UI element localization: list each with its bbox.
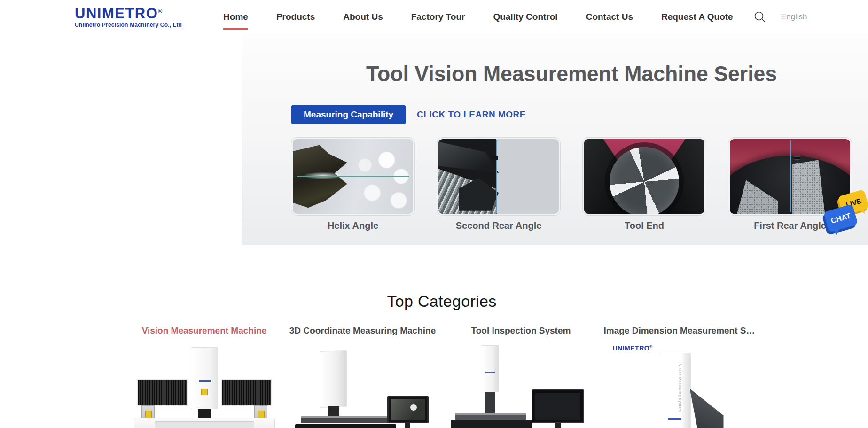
monitor-screen xyxy=(391,399,425,420)
second-rear-angle-image xyxy=(437,138,560,215)
3d-coordinate-measuring-machine-image[interactable] xyxy=(292,343,433,428)
nav-factory-tour[interactable]: Factory Tour xyxy=(411,12,465,22)
hero-slide: Tool End xyxy=(583,138,706,231)
tower-vertical-label: Vision Measuring System xyxy=(679,364,682,412)
hero-banner: Tool Vision Measurement Machine Series M… xyxy=(242,33,868,245)
measure-line xyxy=(790,140,791,212)
category-3d-coordinate-measuring-machine: 3D Coordinate Measuring Machine xyxy=(283,326,442,428)
hero-slide: Helix Angle xyxy=(291,138,414,231)
tool-end-disc xyxy=(610,147,679,215)
live-chat-bubble-chat[interactable]: CHAT xyxy=(823,204,858,233)
category-title[interactable]: Vision Measurement Machine xyxy=(125,326,283,336)
nav-products[interactable]: Products xyxy=(276,12,315,22)
hero-slide: Second Rear Angle xyxy=(437,138,560,231)
glass-stage xyxy=(155,421,254,428)
machine-column xyxy=(191,347,218,409)
nav-request-a-quote[interactable]: Request A Quote xyxy=(661,12,733,22)
machine-column xyxy=(482,345,499,392)
live-chat-widget[interactable]: LIVE CHAT xyxy=(826,193,868,242)
measuring-capability-button[interactable]: Measuring Capability xyxy=(291,105,406,124)
nav-about-us[interactable]: About Us xyxy=(343,12,383,22)
measure-line xyxy=(496,140,497,213)
vision-measurement-machine-image[interactable] xyxy=(134,343,275,428)
measure-tag xyxy=(491,156,498,160)
site-header: UNIMETRO® Unimetro Precision Machinery C… xyxy=(0,0,868,33)
machine-base xyxy=(295,424,396,428)
language-selector[interactable]: English xyxy=(781,12,807,22)
category-title[interactable]: Image Dimension Measurement S… xyxy=(600,326,759,336)
category-title[interactable]: Tool Inspection System xyxy=(442,326,600,336)
category-title[interactable]: 3D Coordinate Measuring Machine xyxy=(283,326,442,336)
column-arm xyxy=(485,392,495,414)
nav-contact-us[interactable]: Contact Us xyxy=(586,12,633,22)
logo[interactable]: UNIMETRO® Unimetro Precision Machinery C… xyxy=(75,6,182,28)
nav-quality-control[interactable]: Quality Control xyxy=(493,12,557,22)
section-title: Top Categories xyxy=(125,292,759,311)
hero-title: Tool Vision Measurement Machine Series xyxy=(291,33,852,86)
logo-tagline: Unimetro Precision Machinery Co., Ltd xyxy=(75,22,182,28)
machine-stage xyxy=(301,416,392,423)
camera-head xyxy=(198,409,211,418)
nav-home[interactable]: Home xyxy=(223,12,248,22)
slide-caption: Tool End xyxy=(583,220,706,231)
top-categories-section: Top Categories Vision Measurement Machin… xyxy=(125,245,759,428)
machine-stage xyxy=(455,413,526,420)
bellows-left xyxy=(137,379,188,406)
machine-wedge xyxy=(690,389,724,428)
unimetro-watermark: UNIMETRO® xyxy=(613,344,653,352)
logo-text: UNIMETRO® xyxy=(75,6,182,21)
tool-inspection-system-image[interactable] xyxy=(451,343,592,428)
image-dimension-measurement-system-image[interactable]: UNIMETRO® Vision Measuring System xyxy=(609,343,750,428)
measure-line xyxy=(297,176,410,177)
bellows-right xyxy=(221,379,272,406)
brand-mark xyxy=(668,418,681,420)
hero-slides: Helix Angle Second Rear Angle To xyxy=(291,138,852,231)
hero-actions: Measuring Capability CLICK TO LEARN MORE xyxy=(291,105,852,124)
slide-caption: Helix Angle xyxy=(291,220,414,231)
machine-tower xyxy=(659,353,691,428)
learn-more-link[interactable]: CLICK TO LEARN MORE xyxy=(417,109,526,120)
tool-end-image xyxy=(583,138,706,215)
monitor-stand xyxy=(405,423,410,428)
warning-label xyxy=(201,389,208,395)
search-button[interactable] xyxy=(754,11,766,23)
measure-tag xyxy=(794,156,800,160)
machine-base xyxy=(451,420,532,428)
machine-column xyxy=(320,350,347,408)
logo-wordmark: UNIMETRO xyxy=(75,5,158,22)
hero-content: Tool Vision Measurement Machine Series M… xyxy=(291,33,852,231)
main-nav: Home Products About Us Factory Tour Qual… xyxy=(223,12,733,22)
registered-mark: ® xyxy=(158,8,162,14)
helix-angle-image xyxy=(291,138,414,215)
category-tool-inspection-system: Tool Inspection System xyxy=(442,326,600,428)
search-icon xyxy=(754,11,766,23)
category-image-dimension-measurement-system: Image Dimension Measurement S… UNIMETRO®… xyxy=(600,326,759,428)
brand-mark xyxy=(199,380,211,382)
monitor-screen xyxy=(535,393,580,420)
monitor-stand xyxy=(555,423,561,428)
slide-caption: Second Rear Angle xyxy=(437,220,560,231)
brand-mark xyxy=(485,372,495,373)
chat-label: CHAT xyxy=(830,211,852,225)
category-vision-measurement-machine: Vision Measurement Machine xyxy=(125,326,283,428)
camera-head xyxy=(328,406,339,416)
category-grid: Vision Measurement Machine 3D Coordinate… xyxy=(125,326,759,428)
